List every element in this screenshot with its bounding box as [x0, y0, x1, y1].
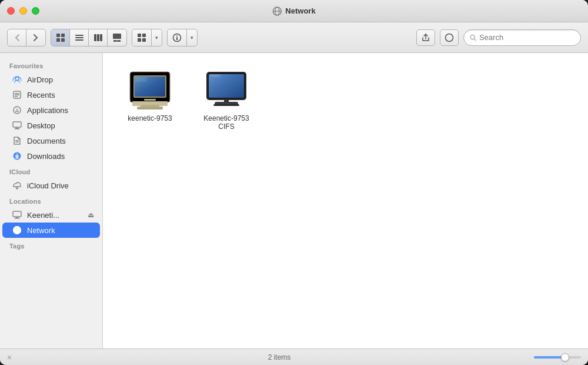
close-icon[interactable]: × — [7, 353, 12, 362]
svg-rect-39 — [15, 142, 19, 143]
svg-rect-11 — [97, 34, 99, 41]
svg-rect-6 — [61, 38, 65, 42]
svg-point-24 — [446, 34, 453, 41]
svg-rect-64 — [209, 74, 244, 98]
sidebar-item-label: Recents — [27, 91, 55, 99]
svg-line-26 — [475, 39, 476, 40]
items-count: 2 items — [25, 353, 534, 361]
svg-rect-35 — [13, 122, 21, 127]
search-input[interactable] — [479, 33, 574, 42]
svg-rect-55 — [144, 99, 156, 101]
svg-rect-9 — [75, 39, 83, 41]
forward-button[interactable] — [26, 29, 45, 46]
svg-rect-12 — [100, 34, 102, 41]
sidebar: Favourites AirDrop — [0, 53, 103, 349]
svg-rect-31 — [15, 96, 18, 97]
window-title: Network — [272, 6, 315, 16]
sidebar-item-label: Keeneti... — [27, 211, 59, 220]
documents-icon — [12, 135, 22, 146]
sidebar-item-icloud-drive[interactable]: iCloud Drive — [2, 178, 100, 193]
eject-icon[interactable]: ⏏ — [88, 211, 94, 219]
sidebar-item-label: iCloud Drive — [27, 181, 69, 190]
svg-rect-19 — [138, 38, 141, 42]
svg-rect-10 — [94, 34, 96, 41]
sidebar-item-label: AirDrop — [27, 75, 53, 84]
action-button[interactable]: ▾ — [167, 29, 198, 47]
sidebar-item-airdrop[interactable]: AirDrop — [2, 72, 100, 87]
svg-rect-38 — [15, 140, 19, 141]
svg-rect-60 — [135, 77, 147, 82]
svg-rect-29 — [15, 93, 19, 94]
maximize-button[interactable] — [32, 7, 39, 15]
group-icon — [132, 29, 151, 46]
search-icon — [470, 34, 476, 41]
sidebar-item-label: Documents — [27, 137, 66, 145]
zoom-slider[interactable] — [534, 356, 581, 359]
recents-icon — [12, 89, 22, 100]
file-item-keenetic-9753[interactable]: keenetic-9753 — [115, 65, 185, 135]
file-area: keenetic-9753 — [103, 53, 588, 349]
traffic-lights — [7, 7, 39, 15]
sidebar-section-favourites: Favourites — [0, 58, 102, 72]
svg-rect-67 — [213, 104, 239, 106]
statusbar-right — [534, 356, 581, 359]
sidebar-section-icloud: iCloud — [0, 164, 102, 178]
sidebar-section-tags: Tags — [0, 238, 102, 254]
svg-rect-46 — [14, 218, 20, 219]
action-icon — [168, 29, 186, 46]
svg-rect-20 — [142, 38, 146, 42]
zoom-thumb[interactable] — [561, 353, 569, 361]
svg-rect-18 — [142, 34, 146, 37]
svg-rect-16 — [118, 40, 121, 42]
column-view-button[interactable] — [89, 29, 108, 46]
svg-rect-30 — [15, 95, 19, 96]
group-arrow[interactable]: ▾ — [151, 29, 162, 46]
svg-rect-34 — [18, 111, 19, 112]
group-by-button[interactable]: ▾ — [132, 29, 162, 47]
svg-rect-5 — [56, 38, 60, 42]
toolbar: ▾ ▾ — [0, 22, 588, 53]
sidebar-item-label: Desktop — [27, 121, 55, 130]
search-box[interactable] — [463, 29, 581, 46]
file-item-keenetic-9753-cifs[interactable]: Keenetic-9753 CIFS — [191, 65, 262, 135]
sidebar-item-recents[interactable]: Recents — [2, 87, 100, 102]
minimize-button[interactable] — [19, 7, 27, 15]
sidebar-item-label: Applications — [27, 106, 68, 115]
file-icon — [203, 69, 250, 111]
titlebar: Network — [0, 0, 588, 22]
close-button[interactable] — [7, 7, 15, 15]
svg-rect-14 — [113, 40, 116, 42]
sidebar-item-downloads[interactable]: Downloads — [2, 148, 100, 164]
sidebar-item-keenetic[interactable]: Keeneti... ⏏ — [2, 207, 100, 223]
svg-point-22 — [176, 35, 178, 36]
svg-rect-59 — [137, 107, 163, 110]
nav-buttons — [7, 29, 46, 47]
sidebar-item-desktop[interactable]: Desktop — [2, 118, 100, 133]
sidebar-item-applications[interactable]: Applications — [2, 102, 100, 118]
svg-point-32 — [14, 107, 21, 114]
list-view-button[interactable] — [70, 29, 89, 46]
sidebar-item-label: Network — [27, 226, 55, 235]
svg-rect-37 — [14, 129, 20, 130]
sidebar-item-network[interactable]: Network — [2, 223, 100, 238]
sidebar-section-locations: Locations — [0, 193, 102, 207]
sidebar-item-documents[interactable]: Documents — [2, 133, 100, 148]
file-label: Keenetic-9753 CIFS — [203, 114, 249, 131]
desktop-icon — [12, 120, 22, 131]
svg-rect-33 — [16, 111, 17, 112]
gallery-view-button[interactable] — [108, 29, 126, 46]
svg-rect-44 — [13, 211, 21, 217]
back-button[interactable] — [8, 29, 26, 46]
downloads-icon — [12, 151, 22, 161]
svg-rect-8 — [75, 37, 83, 38]
network-title-icon — [272, 6, 282, 16]
computer-icon — [12, 210, 22, 220]
applications-icon — [12, 105, 22, 115]
view-buttons — [51, 29, 127, 47]
share-button[interactable] — [416, 29, 435, 46]
file-label: keenetic-9753 — [128, 114, 172, 122]
svg-rect-3 — [56, 34, 60, 37]
action-dropdown-arrow[interactable]: ▾ — [186, 29, 197, 46]
icon-view-button[interactable] — [51, 29, 70, 46]
tag-button[interactable] — [440, 29, 459, 46]
